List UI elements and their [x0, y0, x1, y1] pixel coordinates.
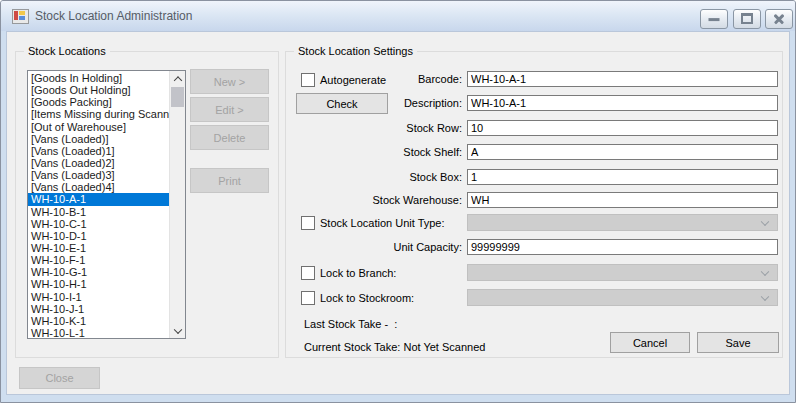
close-button: Close	[19, 367, 100, 389]
stock-location-administration-window: Stock Location Administration Stock Loca…	[0, 0, 796, 403]
stock-warehouse-input[interactable]	[467, 192, 778, 208]
stock-box-input[interactable]	[467, 169, 778, 185]
lock-to-branch-checkbox[interactable]	[301, 266, 315, 280]
cancel-button[interactable]: Cancel	[610, 332, 690, 353]
window-title: Stock Location Administration	[35, 9, 192, 23]
unit-capacity-label: Unit Capacity:	[286, 240, 462, 254]
chevron-down-icon	[761, 218, 769, 226]
minimize-icon	[709, 18, 720, 21]
unit-capacity-input[interactable]	[467, 239, 778, 255]
maximize-icon	[741, 13, 753, 24]
list-item[interactable]: WH-10-I-1	[28, 291, 170, 303]
current-stock-take-text: Current Stock Take: Not Yet Scanned	[304, 340, 485, 354]
save-button[interactable]: Save	[697, 332, 779, 353]
list-item[interactable]: [Vans (Loaded)4]	[28, 181, 170, 193]
list-item[interactable]: [Vans (Loaded)1]	[28, 145, 170, 157]
maximize-button[interactable]	[733, 9, 761, 29]
stock-row-input[interactable]	[467, 120, 778, 136]
list-item[interactable]: WH-10-E-1	[28, 242, 170, 254]
list-item[interactable]: WH-10-C-1	[28, 218, 170, 230]
description-label: Description:	[286, 96, 462, 110]
delete-button: Delete	[190, 125, 269, 150]
list-item[interactable]: [Out of Warehouse]	[28, 121, 170, 133]
barcode-input[interactable]	[467, 71, 778, 87]
list-item[interactable]: WH-10-J-1	[28, 303, 170, 315]
chevron-down-icon	[761, 268, 769, 276]
chevron-down-icon	[761, 293, 769, 301]
stock-locations-items: [Goods In Holding][Goods Out Holding][Go…	[28, 72, 170, 338]
list-item[interactable]: WH-10-B-1	[28, 206, 170, 218]
list-scrollbar[interactable]	[169, 71, 185, 338]
list-item[interactable]: WH-10-L-1	[28, 327, 170, 339]
scrollbar-up-button[interactable]	[170, 71, 185, 86]
close-window-button[interactable]	[765, 9, 793, 29]
lock-to-branch-dropdown	[467, 264, 778, 281]
list-item[interactable]: [Vans (Loaded)2]	[28, 157, 170, 169]
list-item[interactable]: [Items Missing during Scanner	[28, 108, 170, 120]
settings-group-label: Stock Location Settings	[294, 44, 417, 58]
stock-locations-list[interactable]: [Goods In Holding][Goods Out Holding][Go…	[27, 70, 186, 339]
last-stock-take-text: Last Stock Take - :	[304, 317, 397, 331]
stock-locations-groupbox: Stock Locations [Goods In Holding][Goods…	[15, 51, 279, 358]
list-item[interactable]: WH-10-K-1	[28, 315, 170, 327]
list-item[interactable]: WH-10-G-1	[28, 266, 170, 278]
new-button: New >	[190, 69, 269, 94]
list-item[interactable]: [Goods In Holding]	[28, 72, 170, 84]
lock-to-stockroom-dropdown	[467, 289, 778, 306]
stock-location-unit-type-checkbox[interactable]	[301, 216, 315, 230]
title-bar: Stock Location Administration	[1, 1, 795, 31]
list-item[interactable]: [Goods Packing]	[28, 96, 170, 108]
list-item[interactable]: [Goods Out Holding]	[28, 84, 170, 96]
list-item[interactable]: WH-10-A-1	[28, 193, 170, 205]
edit-button: Edit >	[190, 97, 269, 122]
stock-location-unit-type-label: Stock Location Unit Type:	[320, 216, 445, 230]
lock-to-stockroom-checkbox[interactable]	[301, 291, 315, 305]
description-input[interactable]	[467, 95, 778, 111]
stock-shelf-input[interactable]	[467, 144, 778, 160]
stock-box-label: Stock Box:	[286, 170, 462, 184]
list-item[interactable]: WH-10-D-1	[28, 230, 170, 242]
list-item[interactable]: [Vans (Loaded)3]	[28, 169, 170, 181]
stock-row-label: Stock Row:	[286, 121, 462, 135]
stock-shelf-label: Stock Shelf:	[286, 145, 462, 159]
list-item[interactable]: WH-10-F-1	[28, 254, 170, 266]
stock-locations-group-label: Stock Locations	[24, 44, 110, 58]
chevron-down-icon	[173, 325, 181, 333]
stock-warehouse-label: Stock Warehouse:	[286, 193, 462, 207]
minimize-button[interactable]	[700, 9, 728, 29]
list-item[interactable]: WH-10-H-1	[28, 278, 170, 290]
lock-to-branch-label: Lock to Branch:	[320, 266, 396, 280]
scrollbar-down-button[interactable]	[170, 323, 185, 338]
lock-to-stockroom-label: Lock to Stockroom:	[320, 291, 414, 305]
list-item[interactable]: [Vans (Loaded)]	[28, 133, 170, 145]
form-icon	[12, 9, 29, 24]
chevron-up-icon	[173, 76, 181, 84]
unit-type-dropdown	[467, 214, 778, 231]
scrollbar-thumb[interactable]	[171, 87, 184, 107]
stock-location-settings-groupbox: Stock Location Settings Autogenerate Che…	[285, 51, 783, 358]
barcode-label: Barcode:	[286, 72, 462, 86]
print-button: Print	[190, 168, 269, 193]
